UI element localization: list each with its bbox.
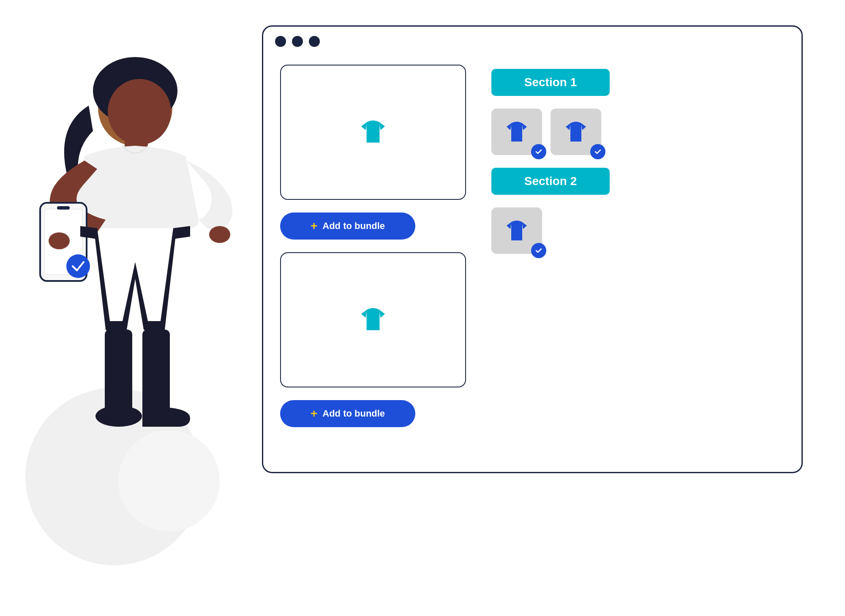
person-illustration bbox=[13, 34, 266, 541]
browser-titlebar bbox=[263, 27, 801, 56]
svg-point-2 bbox=[108, 79, 171, 145]
svg-point-11 bbox=[49, 232, 70, 249]
add-to-bundle-label-2: Add to bundle bbox=[322, 408, 385, 419]
svg-point-10 bbox=[95, 406, 142, 427]
section-1-item-1 bbox=[491, 109, 542, 155]
browser-content: + Add to bundle + Add to bundle Section … bbox=[263, 56, 801, 468]
svg-rect-8 bbox=[105, 330, 132, 414]
add-to-bundle-button-1[interactable]: + Add to bundle bbox=[280, 213, 415, 240]
svg-rect-6 bbox=[57, 206, 70, 210]
plus-icon-1: + bbox=[311, 220, 317, 232]
product-list: + Add to bundle + Add to bundle bbox=[280, 65, 466, 451]
product-card-2 bbox=[280, 252, 466, 387]
svg-point-7 bbox=[66, 254, 90, 278]
check-badge-3 bbox=[531, 243, 546, 258]
section-shirt-icon-3 bbox=[504, 219, 529, 243]
section-shirt-icon-1 bbox=[504, 120, 529, 144]
section-2-item-1 bbox=[491, 207, 542, 254]
section-shirt-icon-2 bbox=[563, 120, 589, 144]
svg-point-12 bbox=[209, 226, 230, 243]
check-badge-1 bbox=[531, 144, 546, 159]
shirt-icon-2 bbox=[358, 305, 388, 335]
titlebar-dot-3 bbox=[309, 36, 320, 47]
shirt-icon-1 bbox=[358, 117, 388, 147]
titlebar-dot-2 bbox=[292, 36, 303, 47]
titlebar-dot-1 bbox=[275, 36, 286, 47]
section-1-item-2 bbox=[551, 109, 601, 155]
svg-rect-9 bbox=[142, 330, 170, 414]
section-1-items bbox=[491, 109, 785, 155]
section-2-label: Section 2 bbox=[491, 168, 610, 195]
product-card-1 bbox=[280, 65, 466, 200]
add-to-bundle-label-1: Add to bundle bbox=[322, 221, 385, 232]
plus-icon-2: + bbox=[311, 408, 317, 420]
add-to-bundle-button-2[interactable]: + Add to bundle bbox=[280, 400, 415, 427]
browser-window: + Add to bundle + Add to bundle Section … bbox=[262, 25, 803, 473]
section-1-label: Section 1 bbox=[491, 69, 610, 96]
sections-panel: Section 1 bbox=[491, 65, 785, 451]
section-2-items bbox=[491, 207, 785, 254]
check-badge-2 bbox=[590, 144, 605, 159]
